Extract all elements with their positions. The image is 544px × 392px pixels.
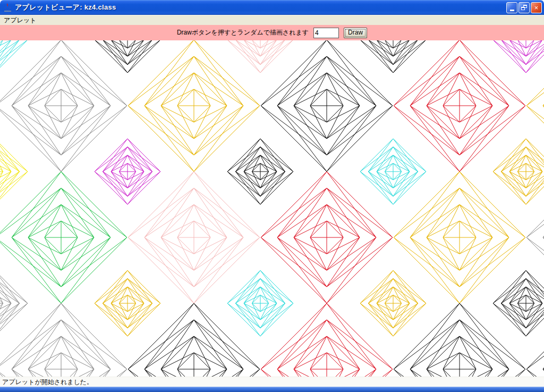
minimize-icon xyxy=(510,10,514,11)
close-icon: × xyxy=(534,4,539,11)
window-controls: × xyxy=(506,2,542,13)
menu-bar: アプレット xyxy=(0,15,544,25)
draw-instruction-label: Drawボタンを押すとランダムで描画されます xyxy=(177,28,309,37)
draw-button[interactable]: Draw xyxy=(344,28,367,38)
restore-button[interactable] xyxy=(518,2,530,13)
applet-viewer-window: アプレットビューア: kz4.class × アプレット Drawボタンを押すと… xyxy=(0,0,544,392)
menu-item-applet[interactable]: アプレット xyxy=(0,15,40,25)
status-text: アプレットが開始されました。 xyxy=(2,378,93,387)
minimize-button[interactable] xyxy=(506,2,517,13)
window-title: アプレットビューア: kz4.class xyxy=(15,3,506,12)
applet-toolbar: Drawボタンを押すとランダムで描画されます Draw xyxy=(0,25,544,40)
status-bar: アプレットが開始されました。 xyxy=(0,377,544,387)
title-bar[interactable]: アプレットビューア: kz4.class × xyxy=(0,0,544,15)
applet-canvas-svg xyxy=(0,40,544,377)
applet-canvas xyxy=(0,40,544,377)
window-bottom-border xyxy=(0,387,544,392)
count-input[interactable] xyxy=(313,28,339,38)
restore-icon xyxy=(521,5,527,10)
close-button[interactable]: × xyxy=(531,2,542,13)
java-coffee-icon xyxy=(3,3,12,12)
